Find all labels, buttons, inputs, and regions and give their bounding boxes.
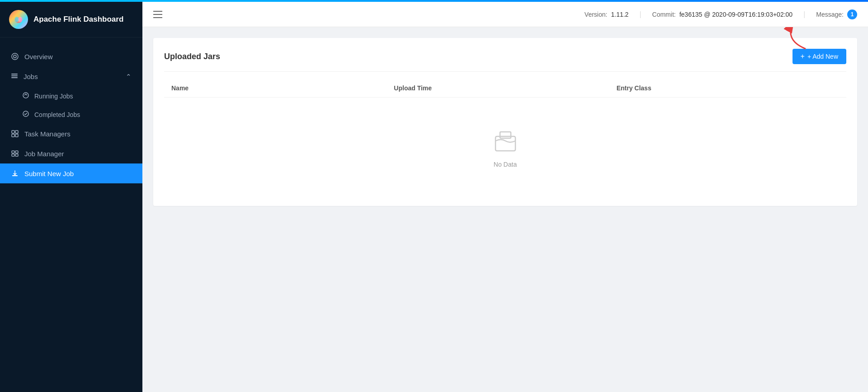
sidebar: Apache Flink Dashboard Overview bbox=[0, 2, 142, 392]
jobs-label: Jobs bbox=[24, 73, 38, 80]
main-content: Uploaded Jars + bbox=[142, 27, 868, 392]
sidebar-item-jobs[interactable]: Jobs ⌃ bbox=[0, 66, 142, 87]
overview-icon bbox=[11, 52, 19, 61]
svg-point-9 bbox=[23, 93, 28, 98]
svg-point-3 bbox=[18, 17, 22, 22]
jobs-icon bbox=[11, 72, 18, 81]
card-title: Uploaded Jars bbox=[164, 52, 220, 61]
no-data-text: No Data bbox=[494, 161, 517, 168]
task-managers-icon bbox=[11, 130, 19, 138]
submit-new-job-icon bbox=[11, 169, 19, 177]
separator-2: | bbox=[803, 10, 805, 19]
svg-rect-15 bbox=[12, 151, 14, 153]
overview-label: Overview bbox=[24, 53, 53, 61]
completed-jobs-icon bbox=[23, 111, 29, 118]
commit-label: Commit: bbox=[652, 11, 676, 18]
svg-rect-16 bbox=[15, 151, 18, 153]
jobs-chevron-icon: ⌃ bbox=[126, 73, 132, 81]
add-new-label: + Add New bbox=[807, 53, 838, 60]
submit-new-job-label: Submit New Job bbox=[24, 170, 74, 177]
uploaded-jars-card: Uploaded Jars + bbox=[153, 38, 857, 206]
completed-jobs-label: Completed Jobs bbox=[34, 111, 80, 118]
svg-rect-18 bbox=[15, 154, 18, 156]
svg-point-4 bbox=[12, 53, 18, 60]
running-jobs-label: Running Jobs bbox=[34, 93, 73, 100]
sidebar-item-job-manager[interactable]: Job Manager bbox=[0, 144, 142, 163]
commit-info: Commit: fe36135 @ 2020-09-09T16:19:03+02… bbox=[652, 11, 793, 18]
column-name: Name bbox=[171, 84, 394, 92]
running-jobs-icon bbox=[23, 92, 29, 100]
svg-rect-7 bbox=[11, 75, 18, 76]
message-badge[interactable]: 1 bbox=[847, 9, 857, 19]
message-info: Message: 1 bbox=[816, 9, 857, 19]
sidebar-navigation: Overview Jobs ⌃ bbox=[0, 37, 142, 392]
separator-1: | bbox=[639, 10, 641, 19]
svg-rect-8 bbox=[11, 77, 18, 78]
sidebar-item-submit-new-job[interactable]: Submit New Job bbox=[0, 163, 142, 183]
card-header: Uploaded Jars + bbox=[164, 49, 846, 72]
svg-rect-12 bbox=[15, 131, 18, 133]
menu-toggle-button[interactable] bbox=[153, 11, 162, 18]
no-data-icon bbox=[492, 128, 519, 155]
sidebar-title: Apache Flink Dashboard bbox=[33, 15, 123, 24]
svg-rect-6 bbox=[11, 74, 18, 75]
svg-rect-13 bbox=[12, 134, 14, 137]
sidebar-item-running-jobs[interactable]: Running Jobs bbox=[0, 87, 142, 105]
version-value: 1.11.2 bbox=[611, 11, 628, 18]
task-managers-label: Task Managers bbox=[24, 130, 71, 138]
add-new-button[interactable]: + + Add New bbox=[793, 49, 846, 64]
column-upload-time: Upload Time bbox=[394, 84, 616, 92]
sidebar-item-overview[interactable]: Overview bbox=[0, 47, 142, 66]
svg-rect-11 bbox=[12, 131, 14, 133]
sidebar-header: Apache Flink Dashboard bbox=[0, 2, 142, 37]
svg-rect-22 bbox=[500, 132, 511, 138]
svg-rect-14 bbox=[15, 134, 18, 137]
job-manager-icon bbox=[11, 149, 19, 158]
table-header-row: Name Upload Time Entry Class bbox=[164, 79, 846, 98]
app-header: Version: 1.11.2 | Commit: fe36135 @ 2020… bbox=[142, 2, 868, 27]
commit-value: fe36135 @ 2020-09-09T16:19:03+02:00 bbox=[679, 11, 793, 18]
column-entry-class: Entry Class bbox=[617, 84, 839, 92]
content-wrapper: Version: 1.11.2 | Commit: fe36135 @ 2020… bbox=[142, 2, 868, 392]
version-info: Version: 1.11.2 bbox=[585, 11, 629, 18]
svg-point-2 bbox=[15, 17, 19, 22]
message-label: Message: bbox=[816, 11, 844, 18]
app-logo bbox=[9, 10, 28, 29]
sidebar-item-task-managers[interactable]: Task Managers bbox=[0, 124, 142, 144]
no-data-container: No Data bbox=[164, 101, 846, 195]
plus-icon: + bbox=[801, 52, 805, 61]
version-label: Version: bbox=[585, 11, 608, 18]
job-manager-label: Job Manager bbox=[24, 150, 64, 158]
sidebar-item-completed-jobs[interactable]: Completed Jobs bbox=[0, 105, 142, 124]
svg-point-5 bbox=[14, 55, 16, 58]
svg-rect-19 bbox=[12, 175, 18, 176]
svg-rect-17 bbox=[12, 154, 14, 156]
